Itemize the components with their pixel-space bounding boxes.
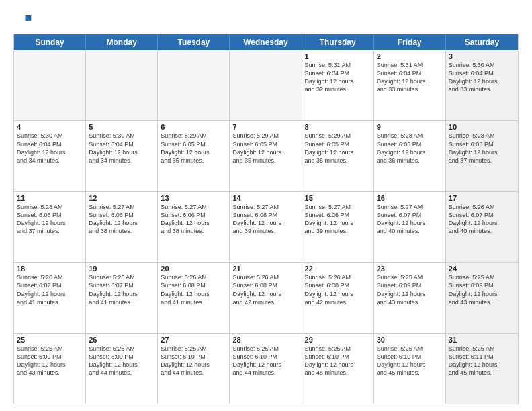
day-info: Sunrise: 5:25 AM Sunset: 6:09 PM Dayligh… — [377, 273, 443, 306]
day-info: Sunrise: 5:31 AM Sunset: 6:04 PM Dayligh… — [305, 61, 371, 94]
day-number: 25 — [17, 336, 83, 344]
day-info: Sunrise: 5:25 AM Sunset: 6:09 PM Dayligh… — [17, 345, 83, 377]
day-info: Sunrise: 5:25 AM Sunset: 6:09 PM Dayligh… — [89, 345, 154, 377]
day-info: Sunrise: 5:27 AM Sunset: 6:07 PM Dayligh… — [377, 203, 443, 236]
day-number: 18 — [17, 265, 83, 273]
day-info: Sunrise: 5:26 AM Sunset: 6:08 PM Dayligh… — [161, 273, 226, 306]
calendar-cell: 23Sunrise: 5:25 AM Sunset: 6:09 PM Dayli… — [374, 263, 446, 332]
day-info: Sunrise: 5:29 AM Sunset: 6:05 PM Dayligh… — [161, 132, 226, 165]
calendar-header-cell: Wednesday — [230, 34, 302, 50]
day-number: 28 — [232, 336, 298, 344]
calendar-cell: 13Sunrise: 5:27 AM Sunset: 6:06 PM Dayli… — [158, 192, 230, 262]
day-number: 5 — [89, 123, 154, 131]
day-number: 15 — [305, 194, 371, 202]
day-info: Sunrise: 5:25 AM Sunset: 6:10 PM Dayligh… — [161, 345, 226, 377]
day-number: 26 — [89, 336, 154, 344]
calendar-header-cell: Tuesday — [158, 34, 230, 50]
day-number: 9 — [377, 123, 443, 131]
day-info: Sunrise: 5:25 AM Sunset: 6:11 PM Dayligh… — [449, 345, 515, 377]
calendar-cell: 21Sunrise: 5:26 AM Sunset: 6:08 PM Dayli… — [230, 263, 302, 332]
day-number: 1 — [305, 52, 371, 60]
calendar-cell — [158, 50, 230, 120]
logo-icon — [13, 11, 32, 30]
day-number: 11 — [17, 194, 83, 202]
calendar-header-row: SundayMondayTuesdayWednesdayThursdayFrid… — [14, 34, 518, 50]
calendar-week-row: 1Sunrise: 5:31 AM Sunset: 6:04 PM Daylig… — [14, 50, 518, 121]
calendar-cell: 2Sunrise: 5:31 AM Sunset: 6:04 PM Daylig… — [374, 50, 446, 120]
day-info: Sunrise: 5:27 AM Sunset: 6:06 PM Dayligh… — [232, 203, 298, 236]
day-info: Sunrise: 5:28 AM Sunset: 6:05 PM Dayligh… — [377, 132, 443, 165]
calendar-cell: 4Sunrise: 5:30 AM Sunset: 6:04 PM Daylig… — [14, 121, 86, 191]
calendar-cell: 15Sunrise: 5:27 AM Sunset: 6:06 PM Dayli… — [302, 192, 374, 262]
day-info: Sunrise: 5:26 AM Sunset: 6:08 PM Dayligh… — [305, 273, 371, 306]
calendar-cell: 27Sunrise: 5:25 AM Sunset: 6:10 PM Dayli… — [158, 334, 230, 404]
day-info: Sunrise: 5:25 AM Sunset: 6:10 PM Dayligh… — [232, 345, 298, 377]
calendar-cell — [230, 50, 302, 120]
calendar-cell: 3Sunrise: 5:30 AM Sunset: 6:04 PM Daylig… — [446, 50, 518, 120]
calendar-cell: 28Sunrise: 5:25 AM Sunset: 6:10 PM Dayli… — [230, 334, 302, 404]
day-number: 3 — [449, 52, 515, 60]
day-number: 16 — [377, 194, 443, 202]
day-info: Sunrise: 5:31 AM Sunset: 6:04 PM Dayligh… — [377, 61, 443, 94]
calendar-cell: 12Sunrise: 5:27 AM Sunset: 6:06 PM Dayli… — [86, 192, 158, 262]
calendar-cell: 8Sunrise: 5:29 AM Sunset: 6:05 PM Daylig… — [302, 121, 374, 191]
day-info: Sunrise: 5:29 AM Sunset: 6:05 PM Dayligh… — [232, 132, 298, 165]
calendar-cell: 24Sunrise: 5:25 AM Sunset: 6:09 PM Dayli… — [446, 263, 518, 332]
calendar-body: 1Sunrise: 5:31 AM Sunset: 6:04 PM Daylig… — [14, 50, 518, 404]
calendar-cell: 6Sunrise: 5:29 AM Sunset: 6:05 PM Daylig… — [158, 121, 230, 191]
day-info: Sunrise: 5:30 AM Sunset: 6:04 PM Dayligh… — [89, 132, 154, 165]
day-info: Sunrise: 5:26 AM Sunset: 6:07 PM Dayligh… — [449, 203, 515, 236]
day-number: 2 — [377, 52, 443, 60]
day-info: Sunrise: 5:26 AM Sunset: 6:07 PM Dayligh… — [89, 273, 154, 306]
day-info: Sunrise: 5:25 AM Sunset: 6:10 PM Dayligh… — [377, 345, 443, 377]
calendar-cell: 11Sunrise: 5:28 AM Sunset: 6:06 PM Dayli… — [14, 192, 86, 262]
day-number: 21 — [232, 265, 298, 273]
day-number: 8 — [305, 123, 371, 131]
calendar-header-cell: Saturday — [446, 34, 518, 50]
calendar-cell — [86, 50, 158, 120]
day-number: 13 — [161, 194, 226, 202]
calendar-cell: 20Sunrise: 5:26 AM Sunset: 6:08 PM Dayli… — [158, 263, 230, 332]
calendar-week-row: 11Sunrise: 5:28 AM Sunset: 6:06 PM Dayli… — [14, 192, 518, 263]
calendar-cell: 19Sunrise: 5:26 AM Sunset: 6:07 PM Dayli… — [86, 263, 158, 332]
day-info: Sunrise: 5:25 AM Sunset: 6:10 PM Dayligh… — [305, 345, 371, 377]
calendar-cell: 22Sunrise: 5:26 AM Sunset: 6:08 PM Dayli… — [302, 263, 374, 332]
calendar-header-cell: Monday — [86, 34, 158, 50]
calendar-cell: 16Sunrise: 5:27 AM Sunset: 6:07 PM Dayli… — [374, 192, 446, 262]
day-info: Sunrise: 5:28 AM Sunset: 6:05 PM Dayligh… — [449, 132, 515, 165]
day-info: Sunrise: 5:25 AM Sunset: 6:09 PM Dayligh… — [449, 273, 515, 306]
calendar-cell: 30Sunrise: 5:25 AM Sunset: 6:10 PM Dayli… — [374, 334, 446, 404]
day-info: Sunrise: 5:28 AM Sunset: 6:06 PM Dayligh… — [17, 203, 83, 236]
day-number: 12 — [89, 194, 154, 202]
calendar-cell — [14, 50, 86, 120]
day-number: 31 — [449, 336, 515, 344]
day-info: Sunrise: 5:30 AM Sunset: 6:04 PM Dayligh… — [17, 132, 83, 165]
calendar-cell: 5Sunrise: 5:30 AM Sunset: 6:04 PM Daylig… — [86, 121, 158, 191]
day-info: Sunrise: 5:29 AM Sunset: 6:05 PM Dayligh… — [305, 132, 371, 165]
calendar-cell: 26Sunrise: 5:25 AM Sunset: 6:09 PM Dayli… — [86, 334, 158, 404]
page: SundayMondayTuesdayWednesdayThursdayFrid… — [0, 0, 532, 411]
day-number: 7 — [232, 123, 298, 131]
calendar-week-row: 4Sunrise: 5:30 AM Sunset: 6:04 PM Daylig… — [14, 121, 518, 191]
day-number: 14 — [232, 194, 298, 202]
day-info: Sunrise: 5:27 AM Sunset: 6:06 PM Dayligh… — [305, 203, 371, 236]
calendar-cell: 1Sunrise: 5:31 AM Sunset: 6:04 PM Daylig… — [302, 50, 374, 120]
day-info: Sunrise: 5:26 AM Sunset: 6:07 PM Dayligh… — [17, 273, 83, 306]
day-number: 29 — [305, 336, 371, 344]
day-number: 19 — [89, 265, 154, 273]
calendar-cell: 14Sunrise: 5:27 AM Sunset: 6:06 PM Dayli… — [230, 192, 302, 262]
day-number: 23 — [377, 265, 443, 273]
calendar-header-cell: Thursday — [302, 34, 374, 50]
calendar-cell: 7Sunrise: 5:29 AM Sunset: 6:05 PM Daylig… — [230, 121, 302, 191]
header — [13, 11, 519, 30]
day-number: 10 — [449, 123, 515, 131]
day-number: 6 — [161, 123, 226, 131]
calendar: SundayMondayTuesdayWednesdayThursdayFrid… — [13, 34, 519, 404]
calendar-header-cell: Friday — [374, 34, 446, 50]
day-number: 22 — [305, 265, 371, 273]
day-info: Sunrise: 5:27 AM Sunset: 6:06 PM Dayligh… — [89, 203, 154, 236]
logo — [13, 11, 35, 30]
calendar-cell: 17Sunrise: 5:26 AM Sunset: 6:07 PM Dayli… — [446, 192, 518, 262]
day-number: 24 — [449, 265, 515, 273]
calendar-cell: 29Sunrise: 5:25 AM Sunset: 6:10 PM Dayli… — [302, 334, 374, 404]
